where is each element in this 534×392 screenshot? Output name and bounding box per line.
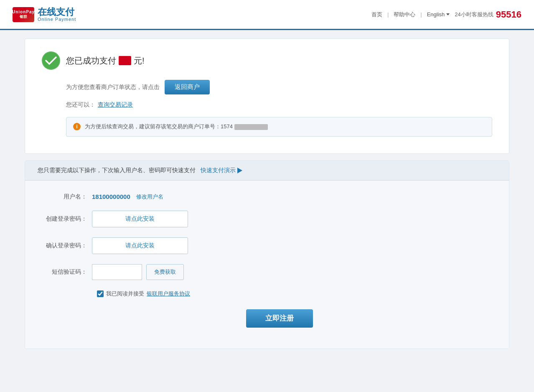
confirm-password-button[interactable]: 请点此安装 — [92, 237, 188, 254]
order-number-redacted — [234, 124, 268, 130]
query-transaction-link[interactable]: 查询交易记录 — [98, 101, 133, 109]
logo-en: Online Payment — [38, 17, 76, 22]
agree-row: 我已阅读并接受 银联用户服务协议 — [42, 290, 492, 298]
header: UnionPay 银联 在线支付 Online Payment 首页 | 帮助中… — [0, 0, 534, 30]
info-icon: i — [73, 123, 81, 130]
modify-username-link[interactable]: 修改用户名 — [136, 193, 163, 201]
amount-redacted-icon — [119, 56, 131, 65]
register-body: 用户名： 18100000000 修改用户名 创建登录密码： 请点此安装 确认登… — [25, 181, 509, 349]
sms-input-group: 免费获取 — [92, 264, 184, 280]
hotline: 24小时客服热线 95516 — [455, 9, 521, 20]
language-selector[interactable]: English — [427, 11, 450, 18]
success-check-icon — [42, 51, 60, 70]
register-header: 您只需要完成以下操作，下次输入用户名、密码即可快速支付 快速支付演示 — [25, 161, 509, 181]
action-row: 为方便您查看商户订单状态，请点击 返回商户 — [42, 80, 492, 94]
nav-home[interactable]: 首页 — [371, 11, 382, 18]
nav-help[interactable]: 帮助中心 — [394, 11, 415, 18]
sms-input[interactable] — [92, 264, 142, 280]
info-box: i 为方便后续查询交易，建议留存该笔交易的商户订单号：1574 — [66, 117, 492, 137]
main-content: 您已成功支付 元! 为方便您查看商户订单状态，请点击 返回商户 您还可以： 查询… — [20, 38, 514, 349]
service-agreement-link[interactable]: 银联用户服务协议 — [147, 290, 190, 298]
sep2: | — [420, 11, 422, 18]
success-card: 您已成功支付 元! 为方便您查看商户订单状态，请点击 返回商户 您还可以： 查询… — [25, 38, 509, 154]
get-code-button[interactable]: 免费获取 — [146, 264, 184, 280]
unionpay-top-text: UnionPay — [12, 10, 35, 15]
unionpay-bottom-text: 银联 — [20, 15, 27, 19]
logo-area: UnionPay 银联 在线支付 Online Payment — [13, 7, 76, 22]
username-label: 用户名： — [42, 193, 92, 201]
info-text: 为方便后续查询交易，建议留存该笔交易的商户订单号：1574 — [85, 122, 268, 131]
play-icon — [237, 168, 242, 173]
create-password-label: 创建登录密码： — [42, 215, 92, 223]
username-value: 18100000000 — [92, 193, 130, 200]
sms-row: 短信验证码： 免费获取 — [42, 264, 492, 280]
info-message: 为方便后续查询交易，建议留存该笔交易的商户订单号：1574 — [85, 123, 233, 130]
amount-suffix: 元! — [134, 55, 145, 66]
logo-zh: 在线支付 — [38, 8, 76, 17]
confirm-password-label: 确认登录密码： — [42, 242, 92, 249]
success-row: 您已成功支付 元! — [42, 51, 492, 70]
agree-checkbox[interactable] — [97, 290, 104, 297]
create-password-button[interactable]: 请点此安装 — [92, 211, 188, 227]
create-password-row: 创建登录密码： 请点此安装 — [42, 211, 492, 227]
sep1: | — [387, 11, 389, 18]
header-nav: 首页 | 帮助中心 | English 24小时客服热线 95516 — [371, 9, 521, 20]
quick-pay-label: 快速支付演示 — [201, 167, 236, 174]
sms-label: 短信验证码： — [42, 268, 92, 276]
submit-row: 立即注册 — [42, 309, 492, 328]
query-row: 您还可以： 查询交易记录 — [42, 101, 492, 109]
unionpay-logo-badge: UnionPay 银联 — [13, 7, 34, 22]
success-text: 您已成功支付 元! — [66, 55, 145, 66]
svg-point-1 — [43, 52, 59, 69]
confirm-password-row: 确认登录密码： 请点此安装 — [42, 237, 492, 254]
submit-register-button[interactable]: 立即注册 — [246, 309, 313, 328]
register-card: 您只需要完成以下操作，下次输入用户名、密码即可快速支付 快速支付演示 用户名： … — [25, 160, 509, 349]
lang-label: English — [427, 11, 445, 18]
quick-pay-demo-link[interactable]: 快速支付演示 — [201, 167, 242, 174]
success-prefix: 您已成功支付 — [66, 55, 116, 66]
action-label: 为方便您查看商户订单状态，请点击 — [66, 84, 160, 91]
username-row: 用户名： 18100000000 修改用户名 — [42, 193, 492, 201]
query-label: 您还可以： — [66, 101, 95, 109]
hotline-label: 24小时客服热线 — [455, 11, 493, 18]
hotline-number: 95516 — [496, 9, 521, 20]
register-header-text: 您只需要完成以下操作，下次输入用户名、密码即可快速支付 — [38, 167, 196, 174]
chevron-down-icon — [446, 13, 450, 17]
agree-text: 我已阅读并接受 — [106, 290, 144, 298]
logo-text: 在线支付 Online Payment — [38, 8, 76, 22]
return-merchant-button[interactable]: 返回商户 — [165, 80, 210, 94]
